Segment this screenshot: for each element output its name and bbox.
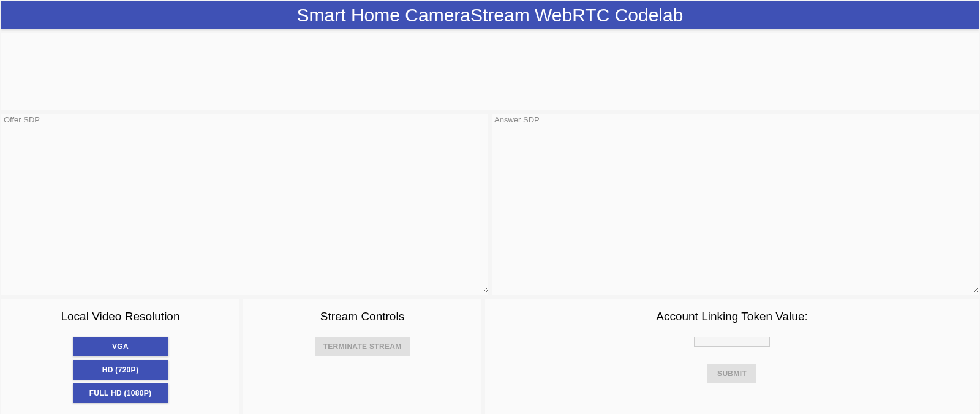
hd-button[interactable]: HD (720P) xyxy=(73,360,168,380)
fullhd-button[interactable]: FULL HD (1080P) xyxy=(73,383,168,403)
account-linking-panel: Account Linking Token Value: SUBMIT xyxy=(485,299,979,414)
account-linking-heading: Account Linking Token Value: xyxy=(491,310,973,323)
resolution-heading: Local Video Resolution xyxy=(7,310,233,323)
stream-controls-panel: Stream Controls TERMINATE STREAM xyxy=(243,299,481,414)
offer-sdp-box xyxy=(1,114,488,295)
terminate-stream-button[interactable]: TERMINATE STREAM xyxy=(315,337,410,356)
page-header: Smart Home CameraStream WebRTC Codelab xyxy=(1,1,979,29)
token-input[interactable] xyxy=(694,337,770,347)
vga-button[interactable]: VGA xyxy=(73,337,168,356)
offer-sdp-textarea[interactable] xyxy=(1,114,488,293)
answer-sdp-textarea[interactable] xyxy=(492,114,979,293)
page-title: Smart Home CameraStream WebRTC Codelab xyxy=(297,5,684,25)
answer-sdp-box xyxy=(492,114,979,295)
resolution-panel: Local Video Resolution VGA HD (720P) FUL… xyxy=(1,299,239,414)
submit-button[interactable]: SUBMIT xyxy=(707,364,756,383)
sdp-row xyxy=(1,114,979,295)
controls-row: Local Video Resolution VGA HD (720P) FUL… xyxy=(1,299,979,414)
stream-controls-heading: Stream Controls xyxy=(249,310,475,323)
video-preview-area xyxy=(1,33,979,110)
